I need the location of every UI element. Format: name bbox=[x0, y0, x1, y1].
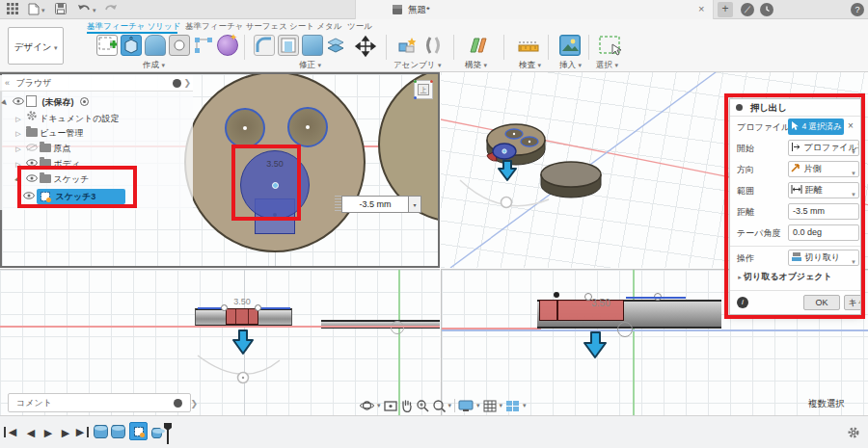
new-component-icon[interactable] bbox=[397, 35, 419, 56]
timeline-feature-extrude-1[interactable] bbox=[94, 425, 108, 438]
grid-settings-icon[interactable] bbox=[483, 400, 497, 412]
extrude-tool-icon[interactable] bbox=[121, 35, 142, 56]
expanded-triangle-icon[interactable]: ▶ bbox=[10, 171, 27, 189]
profile-selection-chip[interactable]: 4 選択済み bbox=[788, 119, 844, 135]
spinner-caret-icon[interactable]: ▾ bbox=[409, 196, 421, 213]
selected-sketch-chip[interactable]: スケッチ3 bbox=[37, 189, 125, 204]
eye-icon[interactable] bbox=[13, 94, 24, 110]
timeline-play-icon[interactable]: ▶ bbox=[41, 425, 56, 440]
comment-bar[interactable]: コメント ❯ bbox=[8, 393, 191, 412]
pattern-tool-icon[interactable] bbox=[193, 35, 214, 56]
viewcube-top-face[interactable]: 上 bbox=[418, 84, 429, 95]
save-icon[interactable] bbox=[54, 3, 68, 16]
assemble-group-label[interactable]: アセンブリ ▾ bbox=[393, 60, 441, 71]
look-at-icon[interactable] bbox=[384, 400, 397, 412]
app-grid-icon[interactable] bbox=[6, 3, 19, 16]
select-tool-icon[interactable] bbox=[598, 35, 623, 58]
file-menu-icon[interactable] bbox=[27, 3, 41, 16]
browser-header[interactable]: « ブラウザ ❯ bbox=[0, 75, 193, 92]
combine-tool-icon[interactable] bbox=[302, 35, 323, 56]
eye-icon[interactable] bbox=[23, 189, 35, 204]
viewports-caret-icon[interactable]: ▾ bbox=[523, 402, 527, 409]
eye-icon[interactable] bbox=[26, 171, 38, 187]
sketch-point[interactable] bbox=[584, 293, 592, 301]
zoom-caret-icon[interactable]: ▾ bbox=[448, 402, 452, 409]
extrude-arrow-icon[interactable] bbox=[583, 331, 609, 359]
distance-input-value[interactable]: -3.5 mm bbox=[341, 196, 409, 213]
distance-input[interactable]: -3.5 mm bbox=[788, 203, 859, 220]
move-tool-icon[interactable] bbox=[354, 35, 375, 56]
manipulator-point[interactable] bbox=[272, 182, 279, 189]
notification-clock-icon[interactable] bbox=[760, 3, 773, 16]
panel-options-icon[interactable] bbox=[173, 79, 181, 88]
select-group-label[interactable]: 選択 ▾ bbox=[596, 60, 618, 71]
tree-item-document-settings[interactable]: ▷ ドキュメントの設定 bbox=[0, 110, 193, 125]
pan-icon[interactable] bbox=[400, 399, 413, 412]
radio-active-icon[interactable] bbox=[80, 97, 89, 106]
close-tab-icon[interactable]: × bbox=[698, 3, 704, 14]
drag-grip-icon[interactable] bbox=[335, 196, 341, 213]
tree-item-sketch3[interactable]: スケッチ3 bbox=[0, 189, 193, 204]
panel-handle-icon[interactable]: ❯ bbox=[190, 395, 198, 412]
panel-handle-icon[interactable]: ❯ bbox=[183, 75, 191, 92]
design-workspace-menu[interactable]: デザイン ▾ bbox=[8, 27, 64, 65]
tree-item-bodies[interactable]: ▷ ボディ bbox=[0, 156, 193, 171]
measure-tool-icon[interactable] bbox=[517, 35, 538, 56]
orbit-caret-icon[interactable]: ▾ bbox=[377, 402, 381, 409]
timeline-feature-extrude-3[interactable] bbox=[151, 428, 162, 438]
extrude-arrow-icon[interactable] bbox=[231, 329, 256, 356]
timeline-settings-gear-icon[interactable] bbox=[847, 426, 860, 441]
joint-tool-icon[interactable] bbox=[422, 35, 444, 56]
inspect-group-label[interactable]: 検査 ▾ bbox=[519, 60, 541, 71]
insert-image-icon[interactable] bbox=[559, 35, 581, 56]
viewports-icon[interactable] bbox=[505, 400, 520, 412]
dialog-header[interactable]: 押し出し bbox=[730, 99, 860, 117]
mini-viewcube[interactable]: 上 bbox=[414, 80, 433, 99]
clear-selection-icon[interactable]: × bbox=[848, 120, 854, 131]
start-dropdown[interactable]: プロファイル平面 ▼ bbox=[788, 140, 859, 156]
direction-dropdown[interactable]: 片側 ▼ bbox=[788, 161, 859, 177]
sketch-circle-right-eye[interactable] bbox=[287, 107, 328, 147]
redo-icon[interactable] bbox=[104, 3, 118, 16]
tab-sheet-metal[interactable]: シート メタル bbox=[289, 21, 341, 33]
zoom-window-icon[interactable] bbox=[432, 399, 446, 412]
fillet-tool-icon[interactable] bbox=[254, 35, 275, 56]
comment-options-icon[interactable] bbox=[174, 399, 182, 408]
form-tool-icon[interactable]: ✦ bbox=[217, 35, 238, 56]
operation-dropdown[interactable]: 切り取り ▼ bbox=[788, 250, 859, 266]
modify-group-label[interactable]: 修正 ▾ bbox=[299, 60, 321, 71]
timeline-step-forward-icon[interactable]: ▶ bbox=[58, 425, 73, 440]
display-caret-icon[interactable]: ▾ bbox=[476, 402, 480, 409]
offset-plane-tool-icon[interactable] bbox=[326, 35, 347, 56]
info-icon[interactable]: i bbox=[737, 297, 748, 308]
tree-root-item[interactable]: ▶ (未保存) bbox=[0, 94, 193, 110]
objects-to-cut-row[interactable]: ▸切り取るオブジェクト bbox=[730, 268, 860, 285]
insert-group-label[interactable]: 挿入 ▾ bbox=[559, 60, 582, 71]
construct-plane-icon[interactable] bbox=[467, 35, 488, 56]
document-tab[interactable]: 無題* × bbox=[355, 0, 714, 19]
job-status-icon[interactable]: ⟋ bbox=[741, 3, 754, 16]
display-settings-icon[interactable] bbox=[458, 400, 474, 412]
timeline-go-end-icon[interactable]: ▶ bbox=[73, 427, 89, 437]
grid-caret-icon[interactable]: ▾ bbox=[500, 402, 503, 409]
create-sketch-icon[interactable] bbox=[96, 35, 118, 56]
collapsed-triangle-icon[interactable]: ▷ bbox=[14, 142, 23, 157]
collapsed-triangle-icon[interactable]: ▷ bbox=[14, 157, 23, 172]
undo-icon[interactable] bbox=[77, 3, 91, 16]
tree-item-sketches[interactable]: ▶ スケッチ bbox=[0, 171, 193, 187]
eye-icon[interactable] bbox=[26, 156, 38, 171]
timeline-feature-extrude-2[interactable] bbox=[111, 425, 125, 438]
shell-tool-icon[interactable] bbox=[278, 35, 299, 56]
collapse-panel-icon[interactable]: « bbox=[5, 78, 10, 88]
file-menu-caret-icon[interactable]: ▾ bbox=[41, 7, 45, 14]
collapsed-triangle-icon[interactable]: ▷ bbox=[14, 126, 23, 142]
create-group-label[interactable]: 作成 ▾ bbox=[143, 60, 165, 71]
eye-hidden-icon[interactable] bbox=[26, 141, 38, 156]
revolve-tool-icon[interactable] bbox=[145, 35, 166, 56]
taper-input[interactable]: 0.0 deg bbox=[788, 224, 859, 241]
undo-caret-icon[interactable]: ▾ bbox=[93, 7, 96, 14]
extent-dropdown[interactable]: 距離 ▼ bbox=[788, 182, 859, 198]
timeline-go-start-icon[interactable]: ◀ bbox=[4, 427, 19, 437]
timeline-position-marker[interactable] bbox=[162, 422, 174, 443]
tab-tools[interactable]: ツール bbox=[347, 21, 372, 33]
